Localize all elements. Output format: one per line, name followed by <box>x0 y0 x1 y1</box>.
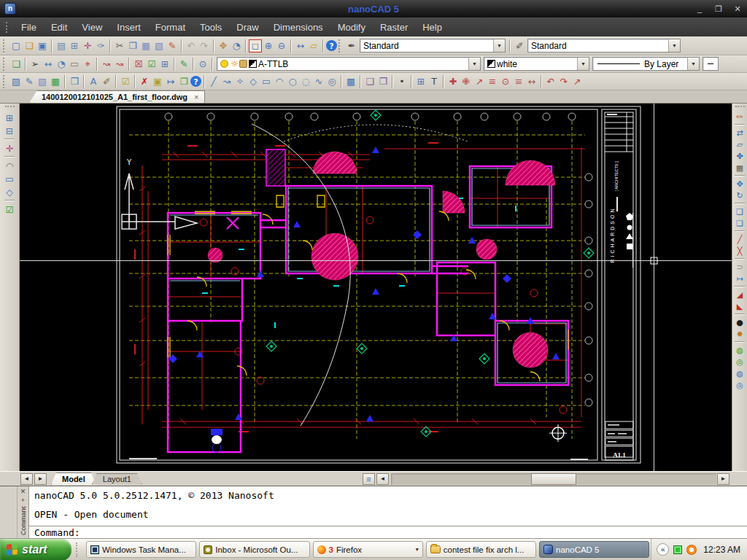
drawing-canvas[interactable]: Y [ ARCHITECTS ] RICHARDSON <box>20 104 732 471</box>
chamfer-tool-icon[interactable]: ◇ <box>3 185 16 198</box>
approve-icon[interactable]: ☑ <box>3 203 16 216</box>
taskbar-button-nanocad[interactable]: nanoCAD 5 <box>539 541 649 558</box>
explode-attr-icon[interactable]: ✸ <box>734 328 746 340</box>
menu-item-format[interactable]: Format <box>148 20 193 35</box>
menu-item-draw[interactable]: Draw <box>229 20 266 35</box>
pan-icon[interactable]: ✥ <box>217 39 230 52</box>
dim-style-combo[interactable]: Standard ▼ <box>527 39 681 52</box>
command-input[interactable]: Command: <box>29 526 747 538</box>
node-edit-icon[interactable]: ✧ <box>233 75 247 88</box>
linetype-combo[interactable]: By Layer ▼ <box>592 57 700 71</box>
subtract-icon[interactable]: ◎ <box>734 356 746 368</box>
combo-arrow-icon[interactable]: ▼ <box>493 39 505 52</box>
menu-item-modify[interactable]: Modify <box>330 20 373 35</box>
export-doc-icon[interactable]: ❐ <box>177 75 190 88</box>
intersect-icon[interactable]: ◍ <box>734 368 746 379</box>
image-clip-icon[interactable]: ❒ <box>376 75 390 88</box>
distance-icon[interactable]: ↔ <box>294 39 307 52</box>
region-icon[interactable]: ▩ <box>344 75 357 88</box>
scale-icon[interactable]: ❑ <box>734 206 746 217</box>
undo-icon[interactable]: ↶ <box>185 39 198 52</box>
taskbar-button-folder[interactable]: contest file fix arch l... <box>426 541 536 558</box>
horizontal-scrollbar[interactable] <box>391 473 716 485</box>
note-edit-icon[interactable]: ☑ <box>119 75 132 88</box>
dim-rows-icon[interactable]: ≡ <box>512 75 525 88</box>
compass-icon[interactable]: ◔ <box>55 58 68 71</box>
document-tab-close-icon[interactable]: × <box>194 93 198 101</box>
print-preview-icon[interactable]: ⊞ <box>68 39 81 52</box>
table-icon[interactable]: ⊞ <box>414 75 427 88</box>
table-edit-icon[interactable]: ⊞ <box>158 58 171 71</box>
command-pin-icon[interactable]: + <box>21 497 25 504</box>
ellipse-icon[interactable]: ◎ <box>325 75 338 88</box>
ruler-icon[interactable]: ▱ <box>307 39 320 52</box>
arc-icon[interactable]: ◠ <box>273 75 286 88</box>
cloud-icon[interactable]: ◌ <box>299 75 312 88</box>
line-icon[interactable]: ╱ <box>207 75 220 88</box>
scrollbar-thumb[interactable] <box>531 473 576 485</box>
color-combo[interactable]: white ▼ <box>484 57 589 71</box>
pline-edit-minus-icon[interactable]: ↝ <box>100 58 113 71</box>
format-painter-icon[interactable]: ✎ <box>166 39 179 52</box>
sheet-edit-icon[interactable]: ⊟ <box>3 124 16 137</box>
tray-orange-icon[interactable] <box>686 545 697 555</box>
dim-arrow-icon[interactable]: ↗ <box>570 75 584 88</box>
selection-window-icon[interactable]: ▭ <box>68 58 81 71</box>
restore-button[interactable]: ❐ <box>713 4 724 14</box>
zoom-window-icon[interactable]: ◻ <box>249 39 262 52</box>
dim-aligned-icon[interactable]: ✙ <box>460 75 473 88</box>
tab-scroll-right-button[interactable]: ► <box>34 473 47 485</box>
xor-icon[interactable]: ◎ <box>734 379 746 391</box>
paste-icon[interactable]: ▦ <box>139 39 152 52</box>
tab-layout1[interactable]: Layout1 <box>92 473 142 485</box>
open-icon[interactable]: ❏ <box>23 39 36 52</box>
dim-linear-icon[interactable]: ✚ <box>446 75 460 88</box>
help-draw-icon[interactable]: ? <box>190 76 201 87</box>
import-table-icon[interactable]: ☑ <box>145 58 158 71</box>
break-at-point-icon[interactable]: ╳ <box>734 245 746 257</box>
snap-icon[interactable]: ⌖ <box>81 58 94 71</box>
export-table-icon[interactable]: ☒ <box>132 58 145 71</box>
hatch-edit-icon[interactable]: ✎ <box>23 75 36 88</box>
join-icon[interactable]: ⊃ <box>734 261 746 273</box>
taskbar-button-task-manager[interactable]: Windows Task Mana... <box>86 541 196 558</box>
zoom-dynamic-icon[interactable]: ⊕ <box>262 39 275 52</box>
erase-doc-icon[interactable]: ✗ <box>138 75 151 88</box>
menu-item-dimensions[interactable]: Dimensions <box>266 20 330 35</box>
publish-icon[interactable]: ✛ <box>3 141 16 155</box>
stretch-icon[interactable]: ❏ <box>734 217 746 229</box>
minimize-button[interactable]: _ <box>694 4 705 14</box>
taskbar-button-firefox-group[interactable]: 3 Firefox ▾ <box>313 541 423 558</box>
cut-icon[interactable]: ✂ <box>113 39 126 52</box>
tray-green-icon[interactable] <box>673 545 682 554</box>
viewports-icon[interactable]: ⊞ <box>3 111 16 124</box>
new-icon[interactable]: ▢ <box>9 39 23 52</box>
hide-icons-chevron[interactable]: « <box>657 543 669 556</box>
redo-icon[interactable]: ↷ <box>198 39 211 52</box>
text-style-ab-icon[interactable]: A <box>87 75 100 88</box>
menu-item-raster[interactable]: Raster <box>373 20 415 35</box>
arc-tool-icon[interactable]: ◠ <box>3 159 16 172</box>
help-icon[interactable]: ? <box>326 40 337 51</box>
combo-arrow-icon[interactable]: ▼ <box>668 39 680 52</box>
dim-style-icon[interactable]: ✐ <box>513 39 526 52</box>
dim-baseline-icon[interactable]: ≡ <box>486 75 499 88</box>
menu-item-insert[interactable]: Insert <box>109 20 148 35</box>
rectangle-icon[interactable]: ▭ <box>260 75 273 88</box>
copy-properties-icon[interactable]: ❑ <box>9 58 23 71</box>
gradient-icon[interactable]: ▧ <box>36 75 49 88</box>
scroll-left-button[interactable]: ◄ <box>376 473 389 485</box>
break-icon[interactable]: ╱ <box>734 233 746 245</box>
text-style-icon[interactable]: ✒ <box>345 39 358 52</box>
menu-item-tools[interactable]: Tools <box>193 20 229 35</box>
document-tab[interactable]: 1400120012101025_A1_first_floor.dwg × <box>29 90 205 103</box>
layer-combo[interactable]: ☼ A-TTLB ▼ <box>217 57 481 71</box>
menu-item-edit[interactable]: Edit <box>44 20 74 35</box>
start-button[interactable]: start <box>0 539 71 560</box>
array-icon[interactable]: ▦ <box>734 162 746 174</box>
text-arc-icon[interactable]: ✐ <box>100 75 113 88</box>
print-settings-icon[interactable]: ✛ <box>81 39 94 52</box>
combo-arrow-icon[interactable]: ▼ <box>577 58 589 70</box>
image-attach-icon[interactable]: ❑ <box>363 75 376 88</box>
copy-icon[interactable]: ❐ <box>126 39 139 52</box>
